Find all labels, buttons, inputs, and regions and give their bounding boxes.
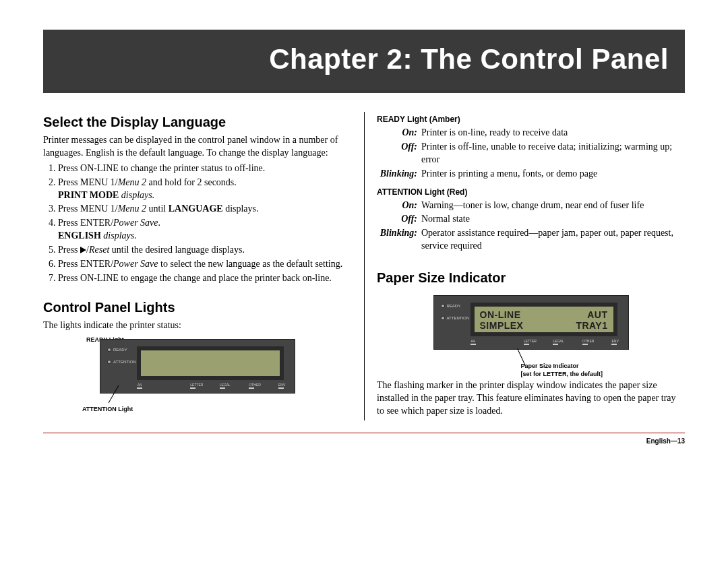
step-2-result: PRINT MODE displays. bbox=[58, 189, 352, 202]
ready-led-icon bbox=[107, 348, 111, 352]
heading-panel-lights: Control Panel Lights bbox=[43, 300, 352, 315]
attention-led-icon bbox=[107, 360, 111, 364]
ready-led-icon bbox=[441, 304, 445, 308]
step-6: Press ENTER/Power Save to select the new… bbox=[58, 258, 352, 271]
paper-size-ruler: A4LETTERLEGALOTHERENV bbox=[137, 383, 284, 389]
attention-light-table: On:Warning—toner is low, change drum, ne… bbox=[377, 199, 685, 253]
two-column-layout: Select the Display Language Printer mess… bbox=[43, 112, 685, 420]
paragraph-lights-intro: The lights indicate the printer status: bbox=[43, 319, 352, 332]
chapter-banner: Chapter 2: The Control Panel bbox=[43, 30, 685, 93]
led-column-2: READY ATTENTION bbox=[441, 304, 470, 323]
printer-panel: READY ATTENTION A4LETTERLEGALOTHERENV bbox=[100, 339, 295, 394]
heading-paper-size: Paper Size Indicator bbox=[377, 270, 685, 286]
callout-attention-light: ATTENTION Light bbox=[82, 406, 133, 412]
step-7: Press ON-LINE to engage the change and p… bbox=[58, 272, 352, 285]
page: Chapter 2: The Control Panel Select the … bbox=[0, 0, 728, 562]
heading-attention-light: ATTENTION Light (Red) bbox=[377, 187, 685, 197]
panel-diagram-1: READY Light READY ATTENTION A4LETTERLEGA… bbox=[100, 339, 295, 394]
attention-led-icon bbox=[441, 316, 445, 320]
page-footer: English—13 bbox=[43, 437, 685, 445]
step-2: Press MENU 1/Menu 2 and hold for 2 secon… bbox=[58, 177, 352, 202]
step-4: Press ENTER/Power Save. ENGLISH displays… bbox=[58, 217, 352, 243]
step-5: Press /Reset until the desired language … bbox=[58, 244, 352, 257]
paragraph-psi-desc: The flashing marker in the printer displ… bbox=[377, 379, 685, 418]
step-3: Press MENU 1/Menu 2 until LANGUAGE displ… bbox=[58, 203, 352, 216]
heading-select-language: Select the Display Language bbox=[43, 115, 352, 130]
footer-rule bbox=[43, 433, 685, 433]
led-column: READY ATTENTION bbox=[107, 348, 136, 367]
language-steps: Press ON-LINE to change the printer stat… bbox=[43, 162, 352, 285]
ready-light-table: On:Printer is on-line, ready to receive … bbox=[377, 127, 685, 181]
callout-paper-size-indicator: Paper Size Indicator [set for LETTER, th… bbox=[521, 363, 603, 378]
step-4-result: ENGLISH displays. bbox=[58, 230, 352, 243]
heading-ready-light: READY Light (Amber) bbox=[377, 115, 685, 124]
paper-size-ruler-2: A4 LETTER LEGAL OTHER ENV bbox=[471, 339, 617, 345]
panel-diagram-2: READY ATTENTION ON-LINEAUT SIMPLEXTRAY1 … bbox=[433, 295, 629, 350]
right-column: READY Light (Amber) On:Printer is on-lin… bbox=[364, 112, 685, 420]
step-1: Press ON-LINE to change the printer stat… bbox=[58, 162, 352, 175]
lcd-screen-2: ON-LINEAUT SIMPLEXTRAY1 bbox=[471, 303, 617, 336]
printer-panel-2: READY ATTENTION ON-LINEAUT SIMPLEXTRAY1 … bbox=[433, 295, 629, 350]
play-icon bbox=[80, 247, 86, 253]
paragraph-language-intro: Printer messages can be displayed in the… bbox=[43, 134, 352, 160]
left-column: Select the Display Language Printer mess… bbox=[43, 112, 364, 420]
lcd-screen bbox=[137, 346, 284, 380]
chapter-title: Chapter 2: The Control Panel bbox=[59, 43, 669, 75]
